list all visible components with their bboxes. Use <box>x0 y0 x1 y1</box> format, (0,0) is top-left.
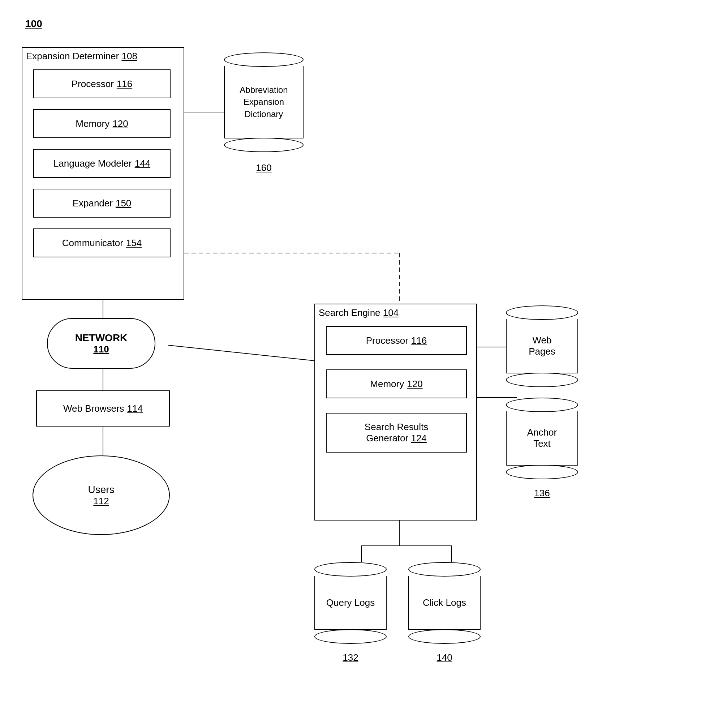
memory-box-ed: Memory 120 <box>33 109 170 138</box>
abbreviation-dict-cylinder: AbbreviationExpansionDictionary 160 <box>224 52 303 154</box>
svg-line-4 <box>168 345 322 361</box>
search-results-generator-box: Search ResultsGenerator 124 <box>326 413 467 452</box>
processor-box-ed: Processor 116 <box>33 69 170 98</box>
diagram: 100 Expansion Determiner 108 Processor 1… <box>0 0 701 728</box>
main-ref-label: 100 <box>25 18 42 30</box>
expansion-determiner-label: Expansion Determiner 108 <box>26 51 137 62</box>
memory-box-se: Memory 120 <box>326 370 467 398</box>
query-logs-ref: 132 <box>343 652 358 663</box>
search-engine-label: Search Engine 104 <box>319 307 398 318</box>
expander-box: Expander 150 <box>33 189 170 218</box>
abbrev-dict-ref: 160 <box>256 162 271 173</box>
communicator-box: Communicator 154 <box>33 228 170 257</box>
anchor-text-cylinder: AnchorText 136 <box>506 398 578 481</box>
anchor-text-ref: 136 <box>534 488 550 499</box>
search-engine-box: Search Engine 104 Processor 116 Memory 1… <box>314 303 477 520</box>
query-logs-cylinder: Query Logs 132 <box>314 562 387 645</box>
click-logs-cylinder: Click Logs 140 <box>408 562 480 645</box>
web-pages-cylinder: WebPages 128 <box>506 305 578 389</box>
processor-box-se: Processor 116 <box>326 326 467 355</box>
language-modeler-box: Language Modeler 144 <box>33 149 170 178</box>
click-logs-ref: 140 <box>437 652 452 663</box>
web-browsers-box: Web Browsers 114 <box>36 390 170 426</box>
expansion-determiner-box: Expansion Determiner 108 Processor 116 M… <box>22 47 184 300</box>
users-oval: Users 112 <box>33 455 170 535</box>
network-cloud: NETWORK 110 <box>47 318 155 369</box>
